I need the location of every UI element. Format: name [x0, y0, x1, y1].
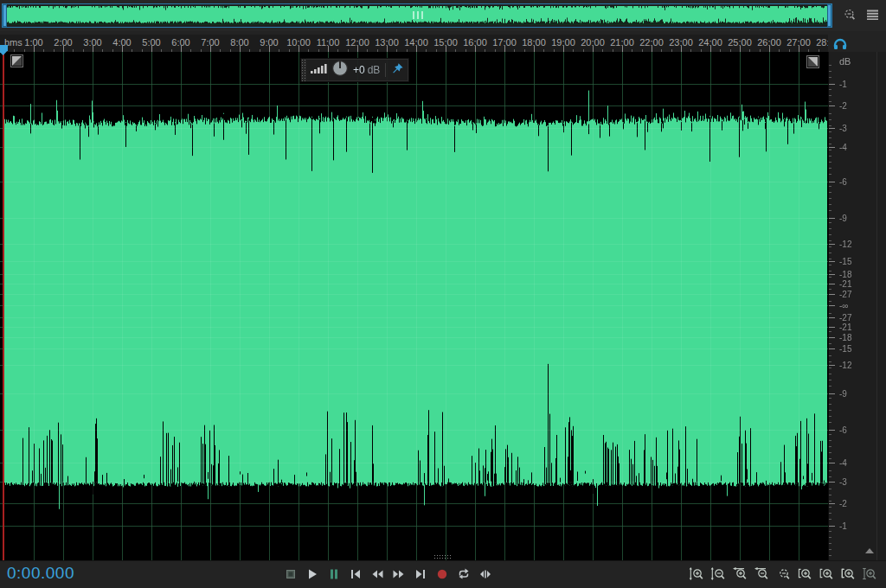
record-button[interactable] [435, 567, 449, 581]
pause-button[interactable] [327, 567, 341, 581]
zoom-out-full-button[interactable] [775, 567, 792, 581]
db-tick-label: -3 [839, 124, 847, 133]
volume-bars-icon [310, 61, 327, 79]
scale-divider [876, 52, 877, 560]
gain-knob-icon[interactable] [331, 60, 349, 80]
zoom-out-amplitude-button[interactable] [710, 567, 727, 581]
overview-navigator-bar [0, 0, 886, 31]
zoom-toolbar [689, 567, 878, 581]
zoom-in-time-button[interactable] [732, 567, 748, 581]
timeline-ruler[interactable]: hms 1:002:003:004:005:006:007:008:009:00… [0, 35, 828, 52]
waveform-display[interactable]: +0 dB [0, 52, 829, 560]
headphones-icon[interactable] [832, 36, 848, 52]
stop-button[interactable] [284, 567, 298, 581]
fast-forward-button[interactable] [392, 567, 406, 581]
db-tick-label: -18 [839, 270, 851, 279]
zoom-to-selection-button[interactable] [840, 567, 857, 581]
skip-selection-button[interactable] [478, 567, 492, 581]
db-unit-label: dB [839, 56, 851, 67]
db-tick-label: -2 [839, 499, 847, 508]
scale-scroll-up-icon[interactable] [865, 548, 874, 553]
db-tick-label: -4 [839, 458, 847, 468]
zoom-out-time-button[interactable] [754, 567, 770, 581]
gain-unit-label: dB [368, 64, 381, 76]
fade-in-handle[interactable] [11, 55, 22, 67]
pin-hud-icon[interactable] [391, 62, 404, 79]
status-bar: 0:00.000 [0, 560, 886, 588]
time-display[interactable]: 0:00.000 [7, 564, 74, 583]
zoom-in-amplitude-button[interactable] [689, 567, 705, 581]
db-tick-label: -4 [839, 143, 847, 152]
panel-resize-grip[interactable] [433, 554, 453, 559]
zoom-out-full-icon[interactable] [842, 8, 857, 25]
db-tick-label: -15 [839, 344, 851, 354]
loop-playback-button[interactable] [457, 567, 471, 581]
overview-selection-frame[interactable] [2, 3, 832, 28]
amplitude-scale-panel[interactable]: dB -1-2-3-4-6-9-12-15-18-21-27-∞-27-21-1… [828, 52, 886, 560]
zoom-in-at-out-point-button[interactable] [819, 567, 835, 581]
db-tick-label: -3 [839, 477, 847, 487]
transport-controls [284, 567, 492, 581]
ruler-tick-marks [0, 35, 828, 52]
db-tick-label: -9 [839, 214, 847, 223]
panel-menu-icon[interactable] [866, 9, 879, 24]
db-tick-label: -6 [839, 425, 847, 435]
db-tick-label: -21 [839, 323, 851, 332]
skip-to-start-button[interactable] [349, 567, 363, 581]
db-tick-label: -9 [839, 389, 847, 399]
db-tick-label: -1 [839, 521, 847, 531]
db-tick-marks [829, 52, 838, 560]
waveform-canvas[interactable] [0, 52, 828, 560]
overview-toolbar [842, 8, 879, 25]
db-tick-label: -2 [839, 101, 847, 111]
db-tick-label: -27 [839, 290, 851, 299]
play-button[interactable] [305, 567, 319, 581]
db-tick-label: -18 [839, 333, 851, 342]
db-tick-label: -27 [839, 313, 851, 323]
zoom-in-at-in-point-button[interactable] [797, 567, 813, 581]
volume-hud[interactable]: +0 dB [300, 58, 409, 82]
hud-drag-handle[interactable] [301, 59, 306, 81]
rewind-button[interactable] [370, 567, 384, 581]
hud-separator [385, 63, 386, 77]
skip-to-end-button[interactable] [414, 567, 427, 581]
db-tick-label: -21 [839, 279, 851, 289]
overview-grip-icon[interactable] [412, 11, 424, 20]
audio-editor-window: hms 1:002:003:004:005:006:007:008:009:00… [0, 0, 886, 588]
db-tick-label: -15 [839, 257, 851, 266]
overview-right-handle[interactable] [827, 4, 831, 27]
db-tick-label: -∞ [839, 301, 848, 310]
db-tick-label: -12 [839, 240, 851, 249]
overview-left-handle[interactable] [3, 4, 7, 27]
db-tick-label: -1 [839, 80, 847, 89]
db-tick-label: -12 [839, 361, 851, 370]
zoom-reset-button[interactable] [862, 567, 878, 581]
gain-value[interactable]: +0 [353, 64, 365, 76]
fade-out-handle[interactable] [807, 56, 819, 67]
db-tick-label: -6 [839, 177, 847, 187]
